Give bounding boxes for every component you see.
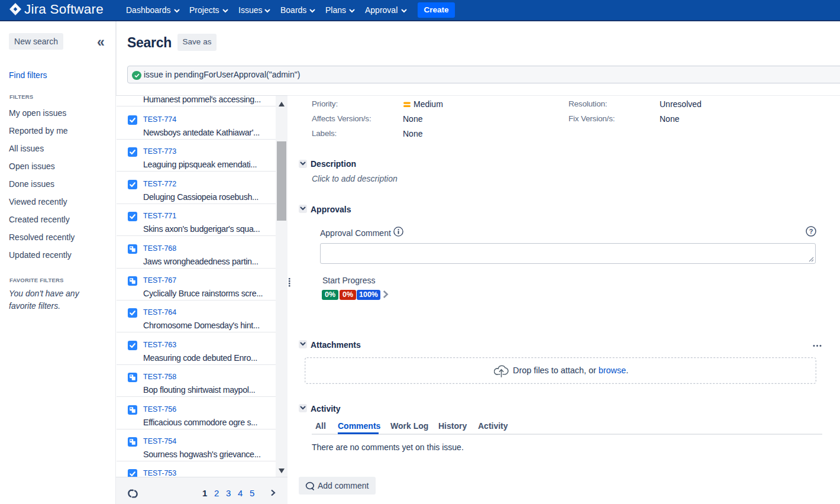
svg-text:?: ?	[809, 228, 813, 235]
